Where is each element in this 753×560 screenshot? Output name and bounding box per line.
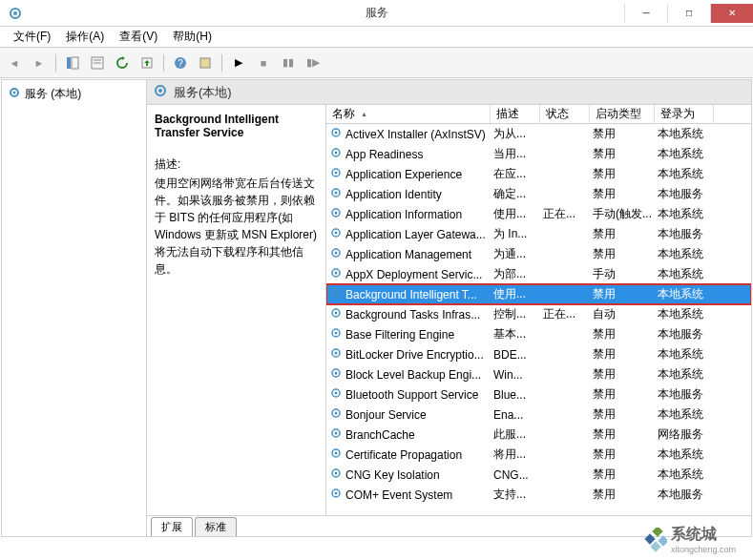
cell-name: CNG Key Isolation xyxy=(326,467,491,483)
column-name[interactable]: 名称 xyxy=(326,105,491,123)
menu-file[interactable]: 文件(F) xyxy=(6,27,58,47)
service-name-text: Certificate Propagation xyxy=(345,448,462,462)
service-icon xyxy=(329,326,343,342)
start-service-button[interactable]: ▶ xyxy=(228,52,249,73)
cell-name: Application Experience xyxy=(326,166,491,182)
cell-logon: 本地服务 xyxy=(655,326,714,342)
service-row[interactable]: BranchCache此服...禁用网络服务 xyxy=(326,425,751,445)
column-startup-type[interactable]: 启动类型 xyxy=(590,105,655,123)
menu-help[interactable]: 帮助(H) xyxy=(165,27,220,47)
service-icon xyxy=(329,206,343,222)
cell-startup: 禁用 xyxy=(590,186,655,202)
svg-point-28 xyxy=(335,252,338,255)
svg-point-38 xyxy=(335,352,338,355)
list-body[interactable]: ActiveX Installer (AxInstSV)为从...禁用本地系统A… xyxy=(326,124,751,515)
cell-logon: 本地服务 xyxy=(655,386,714,403)
menu-bar: 文件(F) 操作(A) 查看(V) 帮助(H) xyxy=(0,27,753,48)
forward-button[interactable]: ► xyxy=(29,52,50,73)
service-row[interactable]: Application Identity确定...禁用本地服务 xyxy=(326,184,751,204)
service-row[interactable]: Background Intelligent T...使用...禁用本地系统 xyxy=(326,284,751,304)
cell-startup: 禁用 xyxy=(590,426,655,443)
service-row[interactable]: Base Filtering Engine基本...禁用本地服务 xyxy=(326,324,751,344)
detail-pane: Background Intelligent Transfer Service … xyxy=(147,105,326,515)
services-icon xyxy=(153,83,168,101)
services-list: 名称 描述 状态 启动类型 登录为 ActiveX Installer (AxI… xyxy=(326,105,751,515)
cell-startup: 禁用 xyxy=(590,467,655,483)
service-row[interactable]: CNG Key IsolationCNG...禁用本地系统 xyxy=(326,465,751,485)
svg-rect-54 xyxy=(644,533,655,544)
service-row[interactable]: Application Information使用...正在...手动(触发..… xyxy=(326,204,751,224)
service-row[interactable]: Application Experience在应...禁用本地系统 xyxy=(326,164,751,184)
column-description[interactable]: 描述 xyxy=(491,105,540,123)
properties-button[interactable] xyxy=(87,52,108,73)
column-status[interactable]: 状态 xyxy=(540,105,590,123)
service-name-text: Background Tasks Infras... xyxy=(345,308,480,321)
minimize-button[interactable]: ─ xyxy=(624,4,667,23)
service-name-text: AppX Deployment Servic... xyxy=(345,268,482,281)
cell-startup: 自动 xyxy=(590,306,655,322)
service-row[interactable]: Bonjour ServiceEna...禁用本地系统 xyxy=(326,404,751,425)
separator xyxy=(221,54,222,72)
service-row[interactable]: BitLocker Drive Encryptio...BDE...禁用本地系统 xyxy=(326,344,751,364)
service-row[interactable]: App Readiness当用...禁用本地系统 xyxy=(326,144,751,164)
cell-desc: Blue... xyxy=(491,388,540,402)
service-icon xyxy=(329,266,343,282)
menu-action[interactable]: 操作(A) xyxy=(58,27,112,47)
properties-dialog-button[interactable] xyxy=(195,52,216,73)
cell-desc: 在应... xyxy=(491,166,540,182)
cell-logon: 本地服务 xyxy=(655,226,714,242)
tree-root-services[interactable]: 服务 (本地) xyxy=(6,84,142,104)
svg-point-48 xyxy=(335,452,338,455)
service-name-text: Background Intelligent T... xyxy=(345,288,477,301)
cell-desc: 为 In... xyxy=(491,226,540,242)
services-icon xyxy=(8,6,23,21)
cell-startup: 禁用 xyxy=(590,446,655,463)
content-title: 服务(本地) xyxy=(174,84,232,101)
cell-desc: 此服... xyxy=(491,426,540,443)
svg-rect-56 xyxy=(650,541,660,551)
menu-view[interactable]: 查看(V) xyxy=(112,27,165,47)
refresh-button[interactable] xyxy=(112,52,133,73)
service-row[interactable]: Block Level Backup Engi...Win...禁用本地系统 xyxy=(326,364,751,384)
tab-extended[interactable]: 扩展 xyxy=(151,517,193,536)
cell-logon: 本地服务 xyxy=(655,487,714,503)
column-logon-as[interactable]: 登录为 xyxy=(655,105,714,123)
help-button[interactable]: ? xyxy=(170,52,191,73)
back-button[interactable]: ◄ xyxy=(4,52,25,73)
cell-desc: CNG... xyxy=(491,468,540,482)
export-button[interactable] xyxy=(136,52,157,73)
svg-point-50 xyxy=(335,472,338,475)
cell-name: Application Layer Gatewa... xyxy=(326,226,491,242)
cell-name: Bonjour Service xyxy=(326,406,491,423)
service-row[interactable]: Certificate Propagation将用...禁用本地系统 xyxy=(326,445,751,465)
restart-service-button[interactable]: ▮▶ xyxy=(303,52,324,73)
tab-standard[interactable]: 标准 xyxy=(195,517,237,536)
service-icon xyxy=(329,467,343,483)
svg-point-44 xyxy=(335,412,338,415)
service-row[interactable]: Bluetooth Support ServiceBlue...禁用本地服务 xyxy=(326,384,751,404)
svg-point-20 xyxy=(335,172,338,175)
service-row[interactable]: Background Tasks Infras...控制...正在...自动本地… xyxy=(326,304,751,324)
close-button[interactable]: ✕ xyxy=(710,4,753,23)
show-hide-tree-button[interactable] xyxy=(62,52,83,73)
maximize-button[interactable]: □ xyxy=(667,4,710,23)
service-row[interactable]: Application Management为通...禁用本地系统 xyxy=(326,244,751,264)
service-row[interactable]: AppX Deployment Servic...为部...手动本地系统 xyxy=(326,264,751,284)
cell-desc: 确定... xyxy=(491,186,540,202)
service-row[interactable]: ActiveX Installer (AxInstSV)为从...禁用本地系统 xyxy=(326,124,751,144)
svg-rect-53 xyxy=(652,528,662,537)
watermark-url: xitongcheng.com xyxy=(671,545,736,554)
service-name-text: Application Information xyxy=(345,208,462,221)
service-name-text: Bluetooth Support Service xyxy=(345,388,478,402)
service-row[interactable]: COM+ Event System支持...禁用本地服务 xyxy=(326,485,751,505)
pause-service-button[interactable]: ▮▮ xyxy=(278,52,299,73)
cell-name: Background Intelligent T... xyxy=(326,286,491,302)
cell-startup: 手动(触发... xyxy=(590,206,655,222)
cell-logon: 本地系统 xyxy=(655,286,714,302)
service-icon xyxy=(329,226,343,242)
cell-desc: Win... xyxy=(491,368,540,382)
stop-service-button[interactable]: ■ xyxy=(253,52,274,73)
service-row[interactable]: Application Layer Gatewa...为 In...禁用本地服务 xyxy=(326,224,751,244)
cell-logon: 本地系统 xyxy=(655,166,714,182)
cell-name: COM+ Event System xyxy=(326,487,491,503)
